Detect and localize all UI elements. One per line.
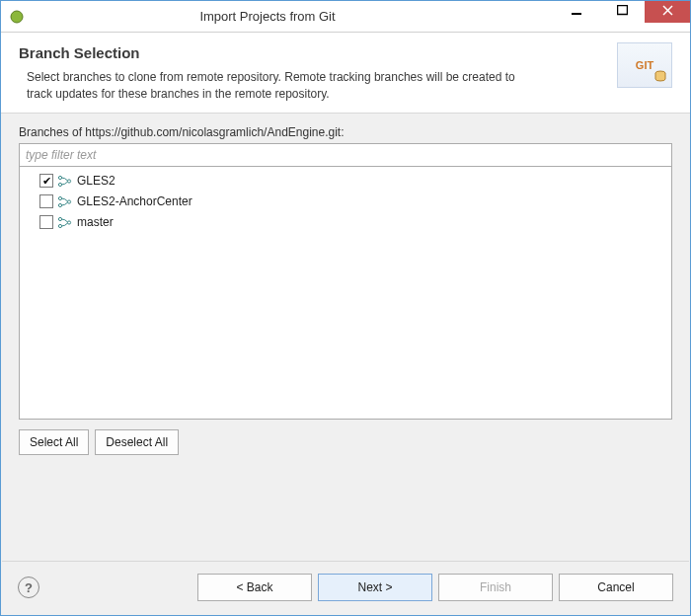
help-button[interactable]: ?	[18, 577, 39, 598]
cancel-button[interactable]: Cancel	[559, 574, 673, 601]
branch-icon	[57, 175, 73, 188]
filter-input[interactable]	[19, 143, 672, 167]
branch-checkbox[interactable]	[39, 215, 53, 229]
wizard-header: Branch Selection Select branches to clon…	[1, 33, 690, 114]
finish-button: Finish	[438, 574, 553, 601]
branch-name-label: GLES2	[77, 174, 115, 188]
branches-of-label: Branches of https://github.com/nicolasgr…	[19, 125, 672, 139]
branch-list[interactable]: GLES2GLES2-AnchorCentermaster	[19, 167, 672, 420]
next-button[interactable]: Next >	[318, 574, 432, 601]
window-title: Import Projects from Git	[0, 9, 554, 24]
page-title: Branch Selection	[19, 44, 617, 61]
git-icon: GIT	[617, 42, 672, 88]
branch-name-label: GLES2-AnchorCenter	[77, 194, 192, 208]
minimize-button[interactable]	[554, 0, 599, 23]
branch-item[interactable]: GLES2	[26, 171, 665, 192]
svg-rect-1	[572, 13, 581, 15]
svg-point-14	[67, 220, 70, 223]
branch-item[interactable]: GLES2-AnchorCenter	[26, 192, 665, 212]
git-icon-label: GIT	[636, 59, 653, 71]
titlebar: Import Projects from Git	[1, 1, 690, 33]
wizard-footer: ? < Back Next > Finish Cancel	[2, 561, 689, 615]
svg-point-6	[58, 176, 61, 179]
branch-icon	[57, 216, 73, 229]
window-controls	[554, 1, 690, 32]
branch-name-label: master	[77, 215, 114, 229]
close-button[interactable]	[645, 0, 690, 23]
repository-decorator-icon	[653, 70, 667, 84]
branch-icon	[57, 195, 73, 208]
branch-item[interactable]: master	[26, 212, 665, 233]
svg-point-11	[67, 199, 70, 202]
svg-point-9	[58, 196, 61, 199]
svg-point-13	[58, 224, 61, 227]
svg-point-10	[58, 203, 61, 206]
page-description: Select branches to clone from remote rep…	[19, 69, 532, 103]
branch-checkbox[interactable]	[39, 194, 53, 208]
branch-checkbox[interactable]	[39, 174, 53, 188]
select-all-button[interactable]: Select All	[19, 429, 89, 455]
svg-point-8	[67, 179, 70, 182]
svg-point-12	[58, 217, 61, 220]
back-button[interactable]: < Back	[197, 574, 312, 601]
svg-point-7	[58, 183, 61, 186]
deselect-all-button[interactable]: Deselect All	[95, 429, 179, 455]
svg-rect-2	[617, 5, 627, 14]
maximize-button[interactable]	[599, 0, 645, 23]
